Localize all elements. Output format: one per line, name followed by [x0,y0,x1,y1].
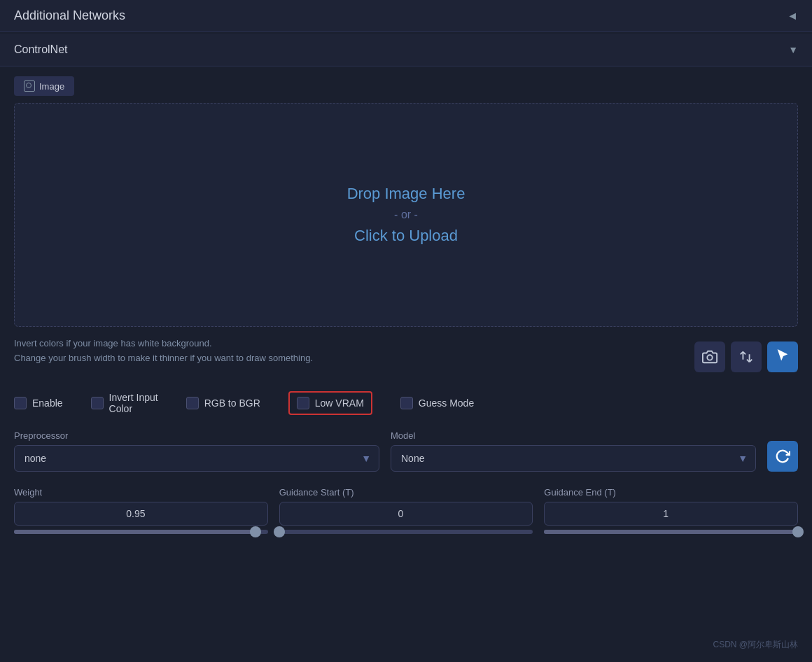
invert-input-color-checkbox[interactable] [91,397,104,409]
guidance-end-slider-track[interactable] [544,530,798,534]
low-vram-checkbox[interactable] [297,397,309,409]
rgb-to-bgr-checkbox[interactable] [186,397,199,409]
guidance-start-group: Guidance Start (T) [279,487,533,534]
swap-button[interactable] [731,341,762,372]
controlnet-expand-icon[interactable]: ▼ [788,44,798,55]
low-vram-checkbox-item[interactable]: Low VRAM [288,391,372,415]
model-group: Model None ▼ [391,430,756,472]
watermark: CSDN @阿尔卑斯山林 [713,639,798,651]
weight-label: Weight [14,487,268,498]
preprocessor-label: Preprocessor [14,430,379,441]
image-icon [24,80,35,92]
model-label: Model [391,430,756,441]
info-line1: Invert colors if your image has white ba… [14,337,313,351]
selects-row: Preprocessor none canny depth hed mlsd n… [14,430,798,472]
weight-input[interactable] [14,502,268,526]
drop-zone-text-drop: Drop Image Here [347,185,465,203]
image-tab[interactable]: Image [14,76,74,96]
enable-checkbox[interactable] [14,397,27,409]
guidance-end-slider-fill [544,530,798,534]
cursor-button[interactable] [767,341,798,372]
image-tab-label: Image [39,81,64,92]
guidance-start-slider-thumb[interactable] [274,526,285,537]
controlnet-header[interactable]: ControlNet ▼ [0,34,812,66]
enable-checkbox-item[interactable]: Enable [14,397,63,409]
guidance-start-slider-track[interactable] [279,530,533,534]
guidance-end-input[interactable] [544,502,798,526]
guidance-end-label: Guidance End (T) [544,487,798,498]
main-content: Image Drop Image Here - or - Click to Up… [0,66,812,552]
info-text: Invert colors if your image has white ba… [14,337,313,366]
toolbar-buttons [694,341,798,372]
drop-zone-text-upload: Click to Upload [354,227,458,245]
preprocessor-select-wrapper: none canny depth hed mlsd normal_map ope… [14,445,379,472]
info-toolbar-row: Invert colors if your image has white ba… [14,337,798,377]
guidance-start-input-row [279,502,533,526]
guess-mode-checkbox-item[interactable]: Guess Mode [400,397,474,409]
guidance-start-input[interactable] [279,502,533,526]
guidance-end-input-row [544,502,798,526]
invert-input-color-label: Invert InputColor [109,392,158,414]
controlnet-title: ControlNet [14,43,67,56]
top-header: Additional Networks ◄ [0,0,812,32]
weight-input-row [14,502,268,526]
weight-slider-fill [14,530,255,534]
guidance-end-slider-thumb[interactable] [792,526,804,537]
drop-zone-text-or: - or - [394,209,418,221]
invert-input-color-checkbox-item[interactable]: Invert InputColor [91,392,158,414]
info-line2: Change your brush width to make it thinn… [14,351,313,366]
weight-slider-track[interactable] [14,530,268,534]
svg-point-0 [707,355,712,360]
model-select-wrapper: None ▼ [391,445,756,472]
weight-slider-thumb[interactable] [250,526,261,537]
low-vram-label: Low VRAM [315,397,364,409]
rgb-to-bgr-checkbox-item[interactable]: RGB to BGR [186,397,260,409]
camera-button[interactable] [694,341,725,372]
image-drop-zone[interactable]: Drop Image Here - or - Click to Upload [14,103,798,327]
checkboxes-row: Enable Invert InputColor RGB to BGR Low … [14,391,798,415]
preprocessor-select[interactable]: none canny depth hed mlsd normal_map ope… [14,445,379,472]
guess-mode-label: Guess Mode [419,397,474,409]
preprocessor-group: Preprocessor none canny depth hed mlsd n… [14,430,379,472]
weight-group: Weight [14,487,268,534]
guess-mode-checkbox[interactable] [400,397,413,409]
rgb-to-bgr-label: RGB to BGR [204,397,260,409]
weight-row: Weight Guidance Start (T) Guidance End (… [14,487,798,534]
guidance-end-group: Guidance End (T) [544,487,798,534]
model-select[interactable]: None [391,445,756,472]
collapse-arrow-icon[interactable]: ◄ [787,10,798,22]
additional-networks-title: Additional Networks [14,8,125,23]
enable-label: Enable [32,397,63,409]
refresh-model-button[interactable] [767,441,798,472]
guidance-start-label: Guidance Start (T) [279,487,533,498]
